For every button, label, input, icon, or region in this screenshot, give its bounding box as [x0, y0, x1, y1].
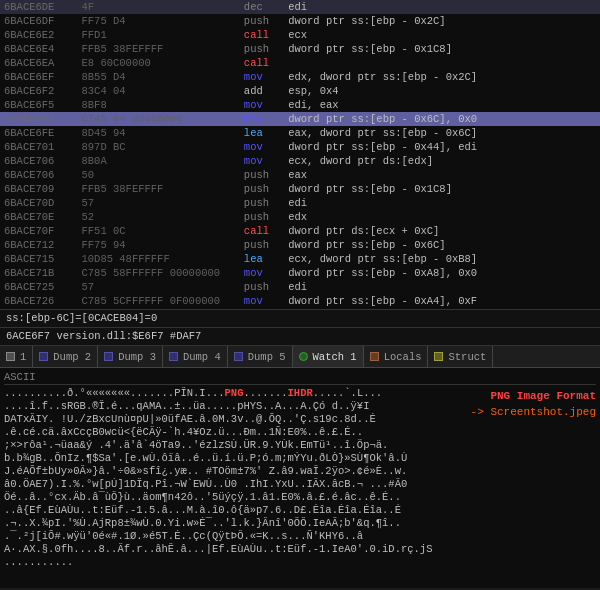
table-row[interactable]: 6BACE6EA E8 60C00000 call [0, 56, 600, 70]
row-operands: dword ptr ds:[ecx + 0xC] [284, 224, 600, 238]
row-addr: 6BACE6EA [0, 56, 78, 70]
struct-icon [434, 352, 443, 361]
dump-icon [169, 352, 178, 361]
tab-label: Struct [448, 351, 486, 363]
watch-icon [299, 352, 308, 361]
row-addr: 6BACE6F2 [0, 84, 78, 98]
row-bytes: FF75 D4 [78, 14, 240, 28]
row-mnemonic: call [240, 28, 284, 42]
row-operands: dword ptr ss:[ebp - 0x44], edi [284, 140, 600, 154]
ascii-content: ..........ð.°«««««««.......PÎN.I...PNG..… [4, 387, 596, 585]
status-bar-1: ss:[ebp-6C]=[0CACEB04]=0 [0, 310, 600, 328]
disassembly-table: 6BACE6DE 4F dec edi 6BACE6DF FF75 D4 pus… [0, 0, 600, 310]
row-operands: edx [284, 210, 600, 224]
table-row[interactable]: 6BACE706 8B0A mov ecx, dword ptr ds:[edx… [0, 154, 600, 168]
row-addr: 6BACE701 [0, 140, 78, 154]
row-mnemonic: push [240, 280, 284, 294]
row-mnemonic: mov [240, 140, 284, 154]
row-bytes: FFB5 38FEFFFF [78, 42, 240, 56]
table-row[interactable]: 6BACE71B C785 58FFFFFF 00000000 mov dwor… [0, 266, 600, 280]
row-addr: 6BACE706 [0, 154, 78, 168]
list-item: ..â{Ef.EùAÙu..t:Eüf.-1.5.â...M.à.î0.ô{ä»… [4, 504, 596, 517]
tab-dump-4[interactable]: Dump 4 [163, 346, 228, 368]
list-item: ....î.f..sRGB.®Î.é...qAMA..±..üa.....pHY… [4, 400, 596, 413]
tab-dump-2[interactable]: Dump 2 [33, 346, 98, 368]
row-mnemonic: push [240, 168, 284, 182]
row-addr: 6BACE712 [0, 238, 78, 252]
row-mnemonic: call [240, 56, 284, 70]
tab-locals[interactable]: Locals [364, 346, 429, 368]
tab-watch-1[interactable]: Watch 1 [293, 346, 364, 368]
ascii-panel: ASCII ..........ð.°«««««««.......PÎN.I..… [0, 368, 600, 588]
row-mnemonic: push [240, 182, 284, 196]
table-row[interactable]: 6BACE6F7 C745 94 00000000 mov dword ptr … [0, 112, 600, 126]
table-row[interactable]: 6BACE6F5 8BF8 mov edi, eax [0, 98, 600, 112]
row-operands: edx, dword ptr ss:[ebp - 0x2C] [284, 70, 600, 84]
list-item: .¬..X.¾pI.'%Ù.AjRp8±¾wÙ.0.Yi.w»É¯..'l.k.… [4, 517, 596, 530]
table-row[interactable]: 6BACE725 57 push edi [0, 280, 600, 294]
table-row[interactable]: 6BACE6E2 FFD1 call ecx [0, 28, 600, 42]
table-row[interactable]: 6BACE6DE 4F dec edi [0, 0, 600, 14]
row-mnemonic: lea [240, 126, 284, 140]
cpu-icon [6, 352, 15, 361]
row-addr: 6BACE725 [0, 280, 78, 294]
row-addr: 6BACE706 [0, 168, 78, 182]
row-operands: edi [284, 280, 600, 294]
row-operands: eax, dword ptr ss:[ebp - 0x6C] [284, 126, 600, 140]
table-row[interactable]: 6BACE6FE 8D45 94 lea eax, dword ptr ss:[… [0, 126, 600, 140]
row-addr: 6BACE70F [0, 224, 78, 238]
row-mnemonic: mov [240, 98, 284, 112]
dump-icon [234, 352, 243, 361]
table-row[interactable]: 6BACE70D 57 push edi [0, 196, 600, 210]
row-mnemonic: push [240, 210, 284, 224]
table-row[interactable]: 6BACE726 C785 5CFFFFFF 0F000000 mov dwor… [0, 294, 600, 308]
tab-struct[interactable]: Struct [428, 346, 493, 368]
table-row[interactable]: 6BACE6F2 83C4 04 add esp, 0x4 [0, 84, 600, 98]
table-row[interactable]: 6BACE706 50 push eax [0, 168, 600, 182]
list-item: â0.ÖAE7).I.%.°w[pÚ]1DÎq.Pî.¬W`EWÙ..Ù0 .I… [4, 478, 596, 491]
row-bytes: 4F [78, 0, 240, 14]
row-bytes: 8D45 94 [78, 126, 240, 140]
row-mnemonic: mov [240, 70, 284, 84]
tab-dump-3[interactable]: Dump 3 [98, 346, 163, 368]
row-addr: 6BACE726 [0, 294, 78, 308]
row-operands: dword ptr ss:[ebp - 0x1C8] [284, 182, 600, 196]
row-addr: 6BACE6EF [0, 70, 78, 84]
table-row[interactable]: 6BACE709 FFB5 38FEFFFF push dword ptr ss… [0, 182, 600, 196]
tab-label: Dump 5 [248, 351, 286, 363]
ascii-header: ASCII [4, 370, 596, 385]
row-mnemonic: call [240, 224, 284, 238]
table-row[interactable]: 6BACE6EF 8B55 D4 mov edx, dword ptr ss:[… [0, 70, 600, 84]
table-row[interactable]: 6BACE6DF FF75 D4 push dword ptr ss:[ebp … [0, 14, 600, 28]
row-bytes: 10D85 48FFFFFF [78, 252, 240, 266]
row-bytes: 8B55 D4 [78, 70, 240, 84]
tab-bar: 1Dump 2Dump 3Dump 4Dump 5Watch 1LocalsSt… [0, 346, 600, 368]
row-addr: 6BACE6F5 [0, 98, 78, 112]
table-row[interactable]: 6BACE701 897D BC mov dword ptr ss:[ebp -… [0, 140, 600, 154]
table-row[interactable]: 6BACE6E4 FFB5 38FEFFFF push dword ptr ss… [0, 42, 600, 56]
table-row[interactable]: 6BACE715 10D85 48FFFFFF lea ecx, dword p… [0, 252, 600, 266]
list-item: b.b¾gB..ÔnIz.¶$Sa'.[e.wÙ.ôïâ..é..ü.í.ü.P… [4, 452, 596, 465]
tab-label: 1 [20, 351, 26, 363]
tab-1[interactable]: 1 [0, 346, 33, 368]
tab-dump-5[interactable]: Dump 5 [228, 346, 293, 368]
row-operands: edi, eax [284, 98, 600, 112]
row-addr: 6BACE71B [0, 266, 78, 280]
row-bytes: 8B0A [78, 154, 240, 168]
list-item: .¯.²j[iÕ#.wÿü'0é«#.1Ø.»é5T.É..Çc(QÿtÞÔ.«… [4, 530, 596, 543]
row-mnemonic: mov [240, 266, 284, 280]
table-row[interactable]: 6BACE70E 52 push edx [0, 210, 600, 224]
row-bytes: E8 60C00000 [78, 56, 240, 70]
table-row[interactable]: 6BACE712 FF75 94 push dword ptr ss:[ebp … [0, 238, 600, 252]
row-operands: dword ptr ss:[ebp - 0xA8], 0x0 [284, 266, 600, 280]
row-bytes: FF51 0C [78, 224, 240, 238]
row-mnemonic: push [240, 196, 284, 210]
row-operands: ecx [284, 28, 600, 42]
dump-icon [104, 352, 113, 361]
table-row[interactable]: 6BACE70F FF51 0C call dword ptr ds:[ecx … [0, 224, 600, 238]
row-bytes: C785 58FFFFFF 00000000 [78, 266, 240, 280]
row-bytes: 57 [78, 196, 240, 210]
list-item: .ê.cé.cä.âxCcçB0wcü<{ëCÄÿ-`h.4¥Oz.ü...Ðm… [4, 426, 596, 439]
row-bytes: 83C4 04 [78, 84, 240, 98]
list-item: ........... [4, 556, 596, 569]
